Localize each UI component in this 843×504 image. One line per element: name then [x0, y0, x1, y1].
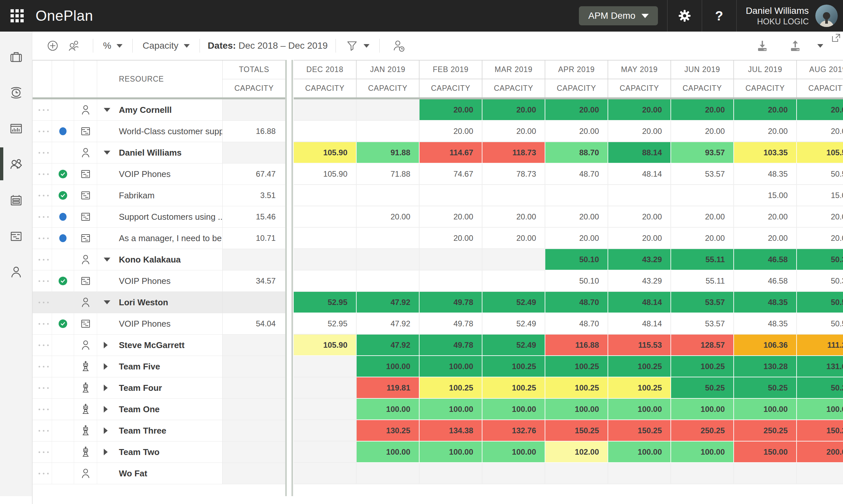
capacity-cell[interactable]: 48.14	[608, 163, 671, 185]
capacity-cell[interactable]	[294, 206, 357, 228]
capacity-cell[interactable]: 100.00	[419, 442, 482, 463]
capacity-cell[interactable]: 20.00	[734, 100, 797, 121]
row-menu-dots[interactable]	[33, 442, 52, 463]
capacity-cell[interactable]: 20.00	[608, 206, 671, 228]
capacity-cell[interactable]: 150.00	[734, 442, 797, 463]
capacity-cell[interactable]: 55.11	[671, 249, 734, 270]
help-button[interactable]: ?	[711, 8, 727, 23]
resource-row[interactable]: Team Four	[33, 377, 285, 399]
resources-people-icon[interactable]	[63, 39, 85, 53]
capacity-cell[interactable]: 49.78	[419, 313, 482, 335]
capacity-cell[interactable]	[545, 185, 608, 206]
expand-caret-icon[interactable]	[104, 342, 108, 348]
row-menu-dots[interactable]	[33, 377, 52, 398]
capacity-cell[interactable]: 130.25	[357, 420, 419, 442]
capacity-cell[interactable]	[294, 121, 357, 142]
person-clock-icon[interactable]	[388, 38, 410, 53]
capacity-cell[interactable]: 91.88	[357, 142, 419, 163]
capacity-cell[interactable]: 100.00	[608, 442, 671, 463]
capacity-cell[interactable]: 50.30	[797, 270, 843, 292]
capacity-cell[interactable]: 48.14	[608, 313, 671, 335]
resource-row[interactable]: Team Three	[33, 420, 285, 442]
capacity-cell[interactable]: 134.38	[419, 420, 482, 442]
capacity-cell[interactable]: 50.10	[545, 270, 608, 292]
capacity-cell[interactable]: 100.00	[671, 442, 734, 463]
capacity-cell[interactable]: 111.20	[797, 335, 843, 356]
capacity-cell[interactable]	[357, 228, 419, 249]
capacity-cell[interactable]: 20.00	[734, 228, 797, 249]
capacity-cell[interactable]	[357, 463, 419, 484]
capacity-cell[interactable]: 100.00	[482, 399, 545, 420]
capacity-cell[interactable]: 49.78	[419, 292, 482, 313]
capacity-cell[interactable]: 88.70	[545, 142, 608, 163]
row-name-cell[interactable]: Fabrikam	[97, 185, 223, 206]
capacity-cell[interactable]: 47.92	[357, 292, 419, 313]
capacity-cell[interactable]	[357, 185, 419, 206]
units-dropdown[interactable]: %	[101, 40, 124, 51]
capacity-cell[interactable]: 116.88	[545, 335, 608, 356]
capacity-cell[interactable]: 100.25	[545, 356, 608, 377]
capacity-cell[interactable]: 20.00	[419, 206, 482, 228]
capacity-cell[interactable]: 20.00	[797, 228, 843, 249]
capacity-cell[interactable]	[545, 463, 608, 484]
upload-icon[interactable]	[785, 39, 806, 53]
capacity-cell[interactable]: 50.25	[734, 377, 797, 399]
workspace-selector-button[interactable]: APM Demo	[579, 6, 658, 25]
capacity-cell[interactable]: 100.00	[357, 442, 419, 463]
capacity-cell[interactable]: 20.00	[797, 100, 843, 121]
row-name-cell[interactable]: Team Five	[97, 356, 223, 377]
capacity-cell[interactable]: 20.00	[482, 121, 545, 142]
nav-plans-board[interactable]	[0, 218, 32, 254]
capacity-cell[interactable]: 20.00	[734, 206, 797, 228]
resource-row[interactable]: As a manager, I need to be ... 10.71	[33, 228, 285, 249]
capacity-cell[interactable]: 50.10	[545, 249, 608, 270]
resource-row[interactable]: VOIP Phones 54.04	[33, 313, 285, 335]
capacity-cell[interactable]: 47.92	[357, 335, 419, 356]
resource-row[interactable]: Fabrikam 3.51	[33, 185, 285, 206]
nav-status-clock[interactable]	[0, 75, 32, 110]
resource-row[interactable]: Wo Fat	[33, 463, 285, 484]
capacity-cell[interactable]: 105.90	[294, 163, 357, 185]
capacity-cell[interactable]: 100.25	[482, 356, 545, 377]
capacity-cell[interactable]: 100.25	[608, 356, 671, 377]
capacity-cell[interactable]: 20.00	[734, 121, 797, 142]
resource-row[interactable]: Support Customers using ... 15.46	[33, 206, 285, 228]
capacity-cell[interactable]	[419, 270, 482, 292]
capacity-cell[interactable]: 20.00	[419, 100, 482, 121]
collapse-caret-icon[interactable]	[104, 300, 110, 304]
capacity-cell[interactable]	[294, 463, 357, 484]
resource-row[interactable]: World-Class customer supp... 16.88	[33, 121, 285, 142]
export-chevron-icon[interactable]	[817, 44, 823, 48]
expand-caret-icon[interactable]	[104, 427, 108, 434]
capacity-cell[interactable]: 52.49	[482, 292, 545, 313]
capacity-cell[interactable]: 48.35	[734, 163, 797, 185]
nav-timesheet-board[interactable]	[0, 182, 32, 218]
capacity-cell[interactable]	[482, 249, 545, 270]
capacity-cell[interactable]: 78.73	[482, 163, 545, 185]
capacity-cell[interactable]: 102.00	[545, 442, 608, 463]
row-name-cell[interactable]: VOIP Phones	[97, 270, 223, 291]
capacity-cell[interactable]	[608, 185, 671, 206]
capacity-cell[interactable]: 100.00	[797, 399, 843, 420]
row-name-cell[interactable]: VOIP Phones	[97, 313, 223, 334]
capacity-cell[interactable]: 50.50	[797, 313, 843, 335]
expand-caret-icon[interactable]	[104, 363, 108, 370]
row-name-cell[interactable]: Team Two	[97, 442, 223, 463]
nav-portfolios[interactable]	[0, 39, 32, 75]
capacity-cell[interactable]	[671, 463, 734, 484]
row-name-cell[interactable]: Team Four	[97, 377, 223, 398]
capacity-cell[interactable]: 118.73	[482, 142, 545, 163]
app-launcher-icon[interactable]	[11, 9, 24, 22]
row-menu-dots[interactable]	[33, 121, 52, 142]
capacity-cell[interactable]: 100.25	[419, 377, 482, 399]
row-menu-dots[interactable]	[33, 142, 52, 163]
capacity-cell[interactable]: 20.00	[671, 228, 734, 249]
row-name-cell[interactable]: Team One	[97, 399, 223, 420]
resource-row[interactable]: Team One	[33, 399, 285, 420]
capacity-cell[interactable]	[294, 356, 357, 377]
capacity-cell[interactable]	[482, 185, 545, 206]
resource-row[interactable]: Kono Kalakaua	[33, 249, 285, 270]
capacity-cell[interactable]: 48.35	[734, 313, 797, 335]
row-menu-dots[interactable]	[33, 100, 52, 121]
capacity-cell[interactable]: 50.25	[797, 377, 843, 399]
